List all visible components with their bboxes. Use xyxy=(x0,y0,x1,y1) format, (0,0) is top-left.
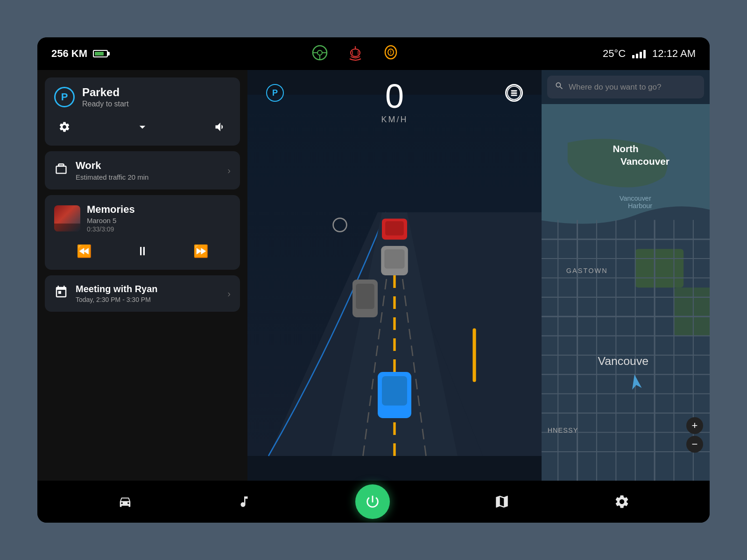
work-chevron-icon: › xyxy=(227,165,231,176)
search-placeholder: Where do you want to go? xyxy=(569,83,661,92)
svg-rect-27 xyxy=(385,221,404,236)
flood-warning-icon xyxy=(347,46,364,61)
svg-text:North: North xyxy=(613,143,638,154)
parked-title: Parked xyxy=(82,86,129,99)
music-controls: ⏪ ⏸ ⏩ xyxy=(54,239,231,261)
music-nav-btn[interactable] xyxy=(237,494,251,509)
parked-actions xyxy=(54,114,231,137)
steering-icon xyxy=(311,44,328,63)
settings-nav-btn[interactable] xyxy=(614,494,630,510)
svg-rect-13 xyxy=(511,90,517,91)
svg-text:Vancouver: Vancouver xyxy=(620,195,651,202)
car-ui: 256 KM xyxy=(37,37,710,523)
status-bar: 256 KM xyxy=(37,37,710,70)
svg-point-5 xyxy=(351,49,360,56)
status-left: 256 KM xyxy=(51,48,108,60)
calendar-title: Meeting with Ryan xyxy=(76,284,220,294)
chevron-down-btn[interactable] xyxy=(132,117,153,137)
road-view: 0 KM/H P xyxy=(247,70,542,481)
road-svg xyxy=(247,70,542,481)
music-info: Memories Maroon 5 0:33/3:09 xyxy=(87,203,135,233)
signal-bars xyxy=(632,49,646,58)
left-panel: P Parked Ready to start xyxy=(37,70,247,481)
artist-name: Maroon 5 xyxy=(87,217,135,224)
parked-subtitle: Ready to start xyxy=(82,100,129,108)
battery-icon xyxy=(93,50,108,57)
map-search-bar[interactable]: Where do you want to go? xyxy=(547,76,704,98)
zoom-in-btn[interactable]: + xyxy=(686,417,703,434)
work-title: Work xyxy=(76,160,220,172)
svg-text:Harbour: Harbour xyxy=(628,202,652,210)
svg-rect-25 xyxy=(384,249,404,268)
svg-rect-23 xyxy=(356,284,374,309)
map-area: North Vancouver Vancouver Harbour GASTOW… xyxy=(542,104,710,481)
calendar-subtitle: Today, 2:30 PM - 3:30 PM xyxy=(76,296,220,303)
temperature-display: 25°C xyxy=(603,48,626,60)
parked-card: P Parked Ready to start xyxy=(45,77,240,146)
parked-card-header: P Parked Ready to start xyxy=(54,86,231,108)
work-card[interactable]: Work Estimated traffic 20 min › xyxy=(45,151,240,189)
song-title: Memories xyxy=(87,203,135,216)
park-badge-icon: P xyxy=(54,87,75,107)
svg-rect-15 xyxy=(511,95,517,96)
rewind-btn[interactable]: ⏪ xyxy=(71,241,97,261)
bottom-nav-bar xyxy=(37,481,710,523)
road-speed-limit xyxy=(505,84,523,102)
calendar-card[interactable]: Meeting with Ryan Today, 2:30 PM - 3:30 … xyxy=(45,275,240,312)
svg-text:Vancouve: Vancouve xyxy=(598,355,649,367)
status-center: ! xyxy=(311,44,399,63)
range-display: 256 KM xyxy=(51,48,87,60)
road-park-icon: P xyxy=(266,84,284,102)
svg-rect-21 xyxy=(382,376,407,406)
speed-display: 0 KM/H xyxy=(381,79,408,125)
calendar-info: Meeting with Ryan Today, 2:30 PM - 3:30 … xyxy=(76,284,220,303)
music-header: Memories Maroon 5 0:33/3:09 xyxy=(54,203,231,233)
music-card: Memories Maroon 5 0:33/3:09 ⏪ ⏸ ⏩ xyxy=(45,195,240,270)
battery-body xyxy=(93,50,108,57)
playback-time: 0:33/3:09 xyxy=(87,225,135,233)
svg-rect-32 xyxy=(674,287,710,336)
speed-unit: KM/H xyxy=(381,115,408,125)
calendar-icon xyxy=(54,285,68,302)
svg-rect-14 xyxy=(511,92,517,94)
map-svg: North Vancouver Vancouver Harbour GASTOW… xyxy=(542,104,710,481)
map-panel: Where do you want to go? xyxy=(542,70,710,481)
road-park-badge: P xyxy=(266,84,284,102)
calendar-chevron-icon: › xyxy=(227,288,231,299)
main-content: P Parked Ready to start xyxy=(37,70,710,481)
parked-info: Parked Ready to start xyxy=(82,86,129,108)
svg-text:!: ! xyxy=(390,50,391,55)
svg-text:GASTOWN: GASTOWN xyxy=(566,267,608,274)
pause-btn[interactable]: ⏸ xyxy=(131,241,154,261)
speed-limit-icon xyxy=(505,84,523,102)
album-art xyxy=(54,205,80,231)
map-zoom-controls: + − xyxy=(686,417,703,453)
search-icon xyxy=(555,81,564,93)
power-btn[interactable] xyxy=(355,484,390,519)
settings-action-btn[interactable] xyxy=(54,117,75,137)
work-subtitle: Estimated traffic 20 min xyxy=(76,173,220,181)
work-icon xyxy=(54,162,68,179)
fast-forward-btn[interactable]: ⏩ xyxy=(188,241,214,261)
speed-number: 0 xyxy=(381,79,408,113)
volume-btn[interactable] xyxy=(210,117,231,137)
svg-point-1 xyxy=(317,50,322,55)
zoom-out-btn[interactable]: − xyxy=(686,436,703,453)
time-display: 12:12 AM xyxy=(652,48,696,60)
svg-text:HNESSY: HNESSY xyxy=(548,427,578,434)
car-nav-btn[interactable] xyxy=(117,495,133,509)
maps-nav-btn[interactable] xyxy=(494,494,510,510)
tire-warning-icon: ! xyxy=(382,45,399,63)
svg-text:Vancouver: Vancouver xyxy=(620,156,669,167)
status-right: 25°C 12:12 AM xyxy=(603,48,696,60)
battery-fill xyxy=(95,52,104,56)
svg-rect-31 xyxy=(635,249,684,287)
work-info: Work Estimated traffic 20 min xyxy=(76,160,220,181)
